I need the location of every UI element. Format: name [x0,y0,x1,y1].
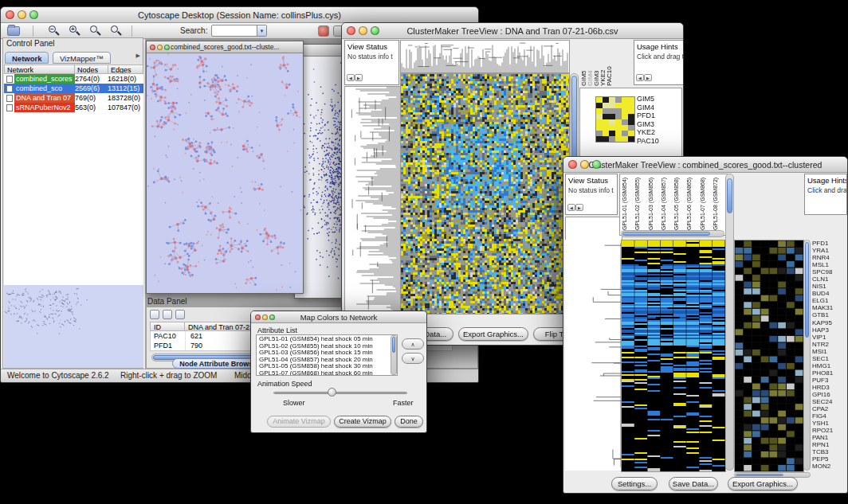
column-label[interactable]: GPL51-01 (GSM854) [621,174,634,230]
gene-label[interactable]: SEC1 [812,355,847,362]
gene-label[interactable]: FIG4 [812,412,847,420]
column-label[interactable]: YKE2 [600,40,607,86]
animate-vizmap-button[interactable]: Animate Vizmap [267,416,331,428]
gene-label[interactable]: GIM3 [637,120,680,129]
column-header-id[interactable]: ID [150,322,185,331]
zoom-selected-region-icon[interactable] [109,25,124,37]
title-bar[interactable]: ClusterMaker TreeView : DNA and Tran 07-… [342,23,683,39]
dropdown-arrow-icon[interactable]: ▼ [257,25,266,36]
heatmap-thumbnail-canvas[interactable] [595,96,635,143]
gene-label[interactable]: PFD1 [812,240,847,247]
gene-label[interactable]: VIP1 [812,334,847,341]
gene-label[interactable]: HAP3 [812,326,847,334]
column-header-edges[interactable]: Edges [108,64,143,74]
gene-label[interactable]: CPA2 [812,405,847,412]
inner-window-title-bar[interactable]: combined_scores_good.txt--cluste... [147,41,303,53]
zoom-heatmap-canvas[interactable] [734,240,804,472]
gene-label[interactable]: TCB3 [812,448,847,455]
settings-button[interactable]: Settings... [611,477,658,490]
zoom-fit-icon[interactable] [88,25,103,37]
column-label[interactable]: GIM5 [581,40,587,86]
column-label[interactable]: GPL51-08 (GSM872) [712,174,724,230]
scrollbar-thumb[interactable] [736,474,783,476]
attribute-list-scrollbar[interactable] [391,335,397,375]
close-icon[interactable] [568,160,577,169]
column-label[interactable]: GIM4 [587,40,594,86]
save-data-button[interactable]: Save Data... [669,477,718,490]
network-view-window[interactable]: combined_scores_good.txt--cluste... [146,41,304,294]
title-bar[interactable]: Map Colors to Network [251,311,426,323]
gene-label[interactable]: NTR2 [812,341,847,348]
attribute-list-item[interactable]: GPL51-07 (GSM868) heat shock 60 min [259,370,397,376]
gene-label[interactable]: YKE2 [637,128,680,137]
gene-label[interactable]: MAK31 [812,304,847,311]
zoom-in-icon[interactable]: + [68,25,82,37]
gene-label[interactable]: CLN1 [812,275,847,283]
column-header-network[interactable]: Network [4,64,75,74]
gene-label[interactable]: MSI1 [812,348,847,355]
gene-label[interactable]: PHO81 [812,369,847,377]
tab-overflow-icon[interactable]: ▶ [136,53,140,59]
network-table-row[interactable]: combined_sco2569(6)13112(15) [4,84,143,93]
scrollbar-thumb[interactable] [392,337,395,353]
tab-vizmapper[interactable]: VizMapper™ [53,52,111,64]
column-label[interactable]: GIM3 [594,40,600,86]
done-button[interactable]: Done [395,416,423,428]
move-up-button[interactable]: ∧ [402,338,424,350]
gene-label[interactable]: GIM4 [637,104,680,112]
scrollbar-thumb[interactable] [805,242,809,338]
network-table-row[interactable]: combined_scores2764(0)16218(0) [4,74,143,84]
scroll-right-icon[interactable]: ▶ [644,74,652,81]
column-dendrogram-canvas[interactable] [400,40,570,73]
minimize-icon[interactable] [580,160,589,169]
open-folder-icon[interactable] [7,26,20,36]
create-attribute-icon[interactable] [163,310,172,319]
column-label[interactable]: PAC10 [607,40,613,86]
scroll-left-icon[interactable]: ◀ [347,74,355,81]
scroll-left-icon[interactable]: ◀ [567,204,575,211]
gene-label[interactable]: GPI16 [812,391,847,398]
maximize-icon[interactable] [29,10,38,19]
gene-label[interactable]: BUD4 [812,290,847,297]
column-header-nodes[interactable]: Nodes [75,64,108,74]
column-label[interactable]: GPL51-02 (GSM855) [634,174,646,230]
row-dendrogram-canvas[interactable] [344,86,401,315]
gene-label[interactable]: PEP5 [812,455,847,463]
main-title-bar[interactable]: Cytoscape Desktop (Session Name: collins… [1,7,478,23]
column-label[interactable]: GPL51-07 (GSM868) [699,174,712,230]
maximize-icon[interactable] [269,315,275,320]
zoom-vscrollbar[interactable] [803,240,811,471]
title-bar[interactable]: ClusterMaker TreeView : combined_scores_… [563,157,847,173]
gene-label[interactable]: YRA1 [812,247,847,254]
export-graphics-button[interactable]: Export Graphics... [728,477,798,490]
tab-network[interactable]: Network [5,52,49,64]
minimize-icon[interactable] [359,26,367,35]
row-dendrogram-canvas[interactable] [565,240,622,471]
gene-label[interactable]: MSL1 [812,261,847,268]
gene-label[interactable]: PAN1 [812,434,847,441]
column-label[interactable]: GPL51-03 (GSM856) [647,174,660,230]
global-heatmap-canvas[interactable] [621,240,726,472]
close-icon[interactable] [255,315,261,320]
gene-label[interactable]: HRD3 [812,384,847,391]
gene-label[interactable]: PUF3 [812,377,847,384]
gene-label[interactable]: SPC98 [812,268,847,275]
maximize-icon[interactable] [592,160,601,169]
scrollbar-thumb[interactable] [727,178,732,213]
close-icon[interactable] [150,45,155,50]
network-canvas[interactable] [147,53,303,293]
gene-label[interactable]: SEC24 [812,398,847,405]
scroll-left-icon[interactable]: ◀ [636,74,644,81]
gene-label[interactable]: ELG1 [812,297,847,304]
minimize-icon[interactable] [262,315,268,320]
maximize-icon[interactable] [371,26,379,35]
export-graphics-button[interactable]: Export Graphics... [458,327,528,341]
network-table-row[interactable]: DNA and Tran 07769(0)183728(0) [4,93,143,103]
gene-label[interactable]: GIM5 [637,95,680,104]
column-label[interactable]: GPL51-06 (GSM865) [685,174,698,230]
gene-label[interactable]: PAC10 [637,137,680,146]
network-overview-canvas[interactable] [4,285,143,368]
scrollbar-thumb[interactable] [622,232,710,236]
close-icon[interactable] [6,10,14,19]
toolbar-misc-icon[interactable] [318,25,329,37]
